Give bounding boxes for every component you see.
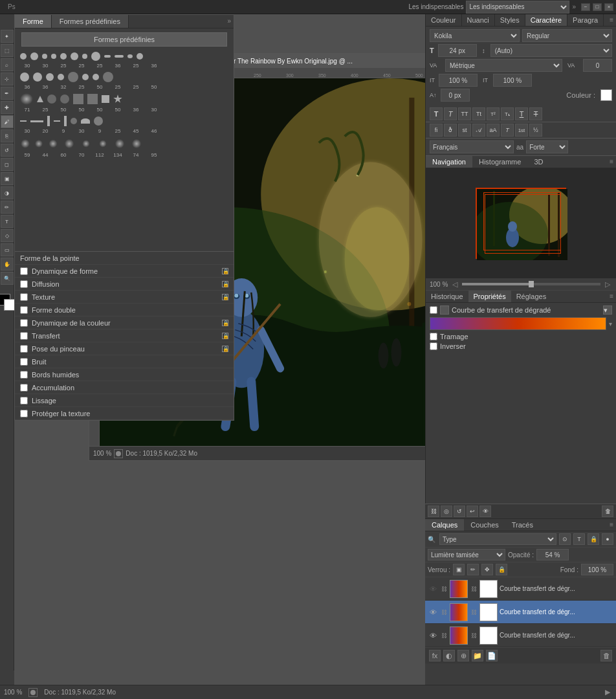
- tool-select[interactable]: ⬚: [1, 44, 14, 57]
- brush-icon[interactable]: [115, 55, 124, 58]
- brush-icon[interactable]: [68, 72, 78, 82]
- tool-history[interactable]: ↺: [1, 144, 14, 157]
- brush-icon[interactable]: [20, 93, 33, 105]
- layer-options-btn[interactable]: ≡: [607, 519, 616, 531]
- typo-strikethrough[interactable]: T: [529, 107, 542, 120]
- lock-transparent-btn[interactable]: ▣: [453, 564, 465, 575]
- brush-icon[interactable]: [103, 72, 113, 82]
- font-family-select[interactable]: Kokila: [430, 29, 520, 42]
- option-check[interactable]: [20, 345, 28, 353]
- filter-toggle-btn[interactable]: ⊙: [559, 533, 571, 545]
- brush-icon[interactable]: [130, 137, 143, 150]
- option-check[interactable]: [20, 410, 28, 417]
- tab-couleur[interactable]: Couleur: [426, 14, 462, 26]
- brush-icon[interactable]: [46, 73, 54, 81]
- tab-formes-predefinies[interactable]: Formes prédéfinies: [52, 15, 129, 28]
- brush-icon[interactable]: [104, 55, 111, 58]
- brush-icon[interactable]: [73, 94, 83, 104]
- brush-icon[interactable]: [20, 139, 30, 149]
- baseline-input[interactable]: [441, 89, 470, 102]
- tool-move[interactable]: ✦: [1, 30, 14, 43]
- brush-icon[interactable]: [42, 54, 47, 59]
- typo-smallcaps[interactable]: Tt: [472, 107, 485, 120]
- tab-forme[interactable]: Forme: [15, 15, 52, 28]
- brush-icon[interactable]: [20, 120, 27, 122]
- option-check[interactable]: [20, 358, 28, 366]
- typo-1st[interactable]: 1st: [515, 124, 528, 137]
- hist-options-btn[interactable]: ≡: [607, 291, 616, 302]
- tab-couches[interactable]: Couches: [464, 519, 505, 531]
- props-dropdown-btn[interactable]: ▾: [603, 305, 612, 315]
- brush-icon[interactable]: [82, 54, 87, 59]
- nav-options-btn[interactable]: ≡: [607, 156, 616, 168]
- tab-proprietes[interactable]: Propriétés: [468, 291, 511, 302]
- option-check[interactable]: [20, 397, 28, 405]
- workspace-select[interactable]: Les indispensables: [466, 1, 569, 14]
- layer-mask-bottom-btn[interactable]: ◐: [443, 650, 455, 661]
- fond-input[interactable]: [581, 564, 613, 575]
- tab-paragra[interactable]: Paragra: [567, 14, 604, 26]
- tool-brush[interactable]: 🖌: [1, 115, 14, 128]
- brush-icon[interactable]: [47, 138, 59, 150]
- tool-hand[interactable]: ✋: [1, 258, 14, 271]
- option-check[interactable]: [20, 319, 28, 327]
- brush-icon[interactable]: [113, 137, 126, 150]
- zoom-out-btn[interactable]: ◁: [450, 280, 459, 289]
- tool-zoom[interactable]: 🔍: [1, 272, 14, 285]
- option-check[interactable]: [20, 384, 28, 392]
- layer-1-visibility[interactable]: 👁: [428, 584, 438, 594]
- panel-collapse-icon[interactable]: »: [227, 17, 231, 25]
- brush-icon[interactable]: [30, 120, 43, 122]
- typo-italic[interactable]: T: [444, 107, 457, 120]
- brush-icon[interactable]: [127, 54, 133, 58]
- tab-traces[interactable]: Tracés: [505, 519, 540, 531]
- nav-thumbnail[interactable]: [476, 188, 566, 259]
- option-check[interactable]: [20, 332, 28, 340]
- status-nav-btn[interactable]: ▶: [603, 688, 612, 697]
- fg-bg-colors[interactable]: [0, 294, 16, 311]
- layer-row-1[interactable]: 👁 ⛓ ⛓ Courbe transfert de dégr...: [425, 577, 616, 601]
- brush-icon[interactable]: [37, 96, 43, 102]
- brush-icon[interactable]: [87, 94, 98, 104]
- filter-btn2[interactable]: T: [573, 533, 585, 545]
- typo-st[interactable]: st: [458, 124, 471, 137]
- tool-eraser[interactable]: ◻: [1, 158, 14, 171]
- brush-icon[interactable]: [63, 137, 76, 150]
- gradient-bar[interactable]: [430, 317, 606, 330]
- tool-crop[interactable]: ⊹: [1, 72, 14, 85]
- brush-icon[interactable]: [60, 53, 67, 60]
- typo-frac[interactable]: ½: [529, 124, 542, 137]
- filter-btn4[interactable]: ●: [602, 533, 613, 545]
- brush-icon[interactable]: [96, 137, 109, 150]
- tab-nuanci[interactable]: Nuanci: [462, 14, 495, 26]
- typo-super[interactable]: T²: [487, 107, 500, 120]
- brush-icon[interactable]: [60, 94, 69, 104]
- zoom-in-btn[interactable]: ▷: [603, 280, 612, 289]
- layer-fx-btn[interactable]: ◎: [441, 505, 452, 517]
- brush-icon[interactable]: [47, 116, 50, 126]
- inverser-check[interactable]: [430, 342, 437, 350]
- tool-heal[interactable]: ✚: [1, 101, 14, 114]
- brush-icon[interactable]: [20, 72, 29, 82]
- brush-icon[interactable]: [91, 52, 100, 61]
- brush-icon[interactable]: [71, 118, 77, 124]
- brush-icon[interactable]: [81, 118, 90, 124]
- layer-3-visibility[interactable]: 👁: [428, 630, 438, 641]
- option-check[interactable]: [20, 267, 28, 275]
- layer-new-bottom-btn[interactable]: 📄: [486, 650, 498, 661]
- typo-fi[interactable]: fi: [430, 124, 443, 137]
- scale-v-input[interactable]: [493, 74, 532, 87]
- layer-delete-bottom-btn[interactable]: 🗑: [600, 650, 612, 661]
- brush-icon[interactable]: [93, 74, 99, 80]
- font-style-select[interactable]: Regular: [522, 29, 612, 42]
- lock-position-btn[interactable]: ✥: [481, 564, 493, 575]
- filter-btn3[interactable]: 🔒: [588, 533, 599, 545]
- layer-visibility-btn[interactable]: 👁: [479, 505, 491, 517]
- option-check[interactable]: [20, 293, 28, 301]
- typo-ordinal[interactable]: 𝒜: [472, 124, 485, 137]
- opacity-input[interactable]: [536, 549, 569, 560]
- brush-icon[interactable]: [47, 94, 56, 104]
- lock-pixels-btn[interactable]: ✏: [467, 564, 479, 575]
- tool-clone[interactable]: ⎘: [1, 129, 14, 142]
- typo-t-alt[interactable]: T: [501, 124, 514, 137]
